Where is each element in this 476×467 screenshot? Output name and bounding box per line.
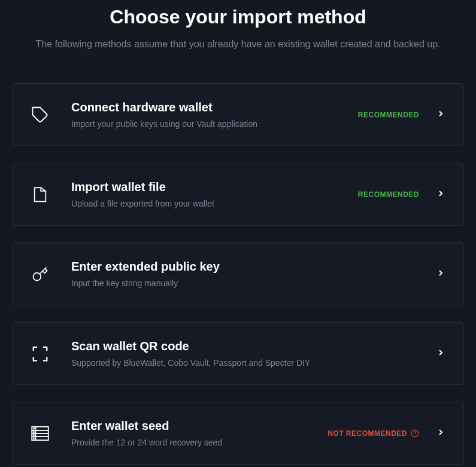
option-connect-hardware-wallet[interactable]: Connect hardware wallet Import your publ… [12,83,464,146]
chevron-right-icon [436,189,445,201]
help-circle-icon [411,429,419,438]
svg-point-6 [34,428,34,429]
chevron-right-icon [436,427,445,439]
option-description: Provide the 12 or 24 word recovery seed [71,438,328,447]
svg-point-8 [34,434,34,435]
not-recommended-badge: NOT RECOMMENDED [328,429,419,438]
recommended-badge: RECOMMENDED [358,111,419,119]
page-subtitle: The following methods assume that you al… [12,39,464,50]
option-title: Connect hardware wallet [71,101,358,114]
option-description: Upload a file exported from your wallet [71,199,358,208]
not-recommended-label: NOT RECOMMENDED [328,429,407,438]
tag-icon [31,105,50,125]
list-icon [31,424,50,443]
option-description: Input the key string manually [71,278,436,288]
option-title: Enter wallet seed [71,419,328,433]
option-title: Import wallet file [71,180,358,194]
file-icon [31,185,50,204]
option-title: Scan wallet QR code [71,339,436,353]
option-enter-extended-public-key[interactable]: Enter extended public key Input the key … [12,242,464,305]
svg-point-9 [34,438,34,438]
option-scan-wallet-qr-code[interactable]: Scan wallet QR code Supported by BlueWal… [12,322,464,385]
option-description: Import your public keys using our Vault … [71,119,358,129]
page-title: Choose your import method [12,6,464,28]
recommended-badge: RECOMMENDED [358,190,419,199]
key-icon [31,265,50,284]
svg-point-7 [34,431,34,432]
option-title: Enter extended public key [71,260,436,274]
chevron-right-icon [436,348,445,360]
chevron-right-icon [436,268,445,280]
option-description: Supported by BlueWallet, Cobo Vault, Pas… [71,358,436,368]
option-import-wallet-file[interactable]: Import wallet file Upload a file exporte… [12,163,464,226]
option-enter-wallet-seed[interactable]: Enter wallet seed Provide the 12 or 24 w… [12,402,464,465]
chevron-right-icon [436,109,445,121]
scan-icon [31,344,50,363]
